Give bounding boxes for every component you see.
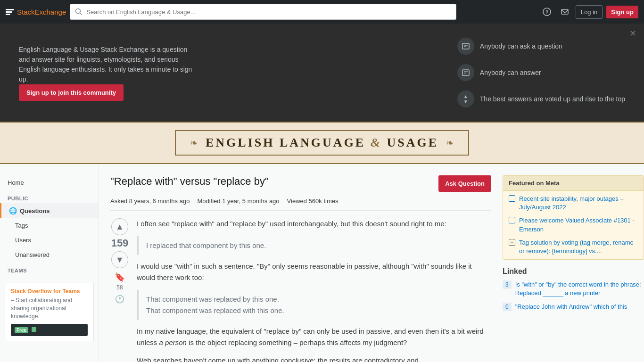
feature-votes-text: The best answers are voted up and rise t… [480,95,625,103]
teams-cta[interactable]: Free [11,324,88,336]
vote-arrows-icon: ▲ ▼ [463,94,468,104]
question-header: "Replace with" versus "replace by" Ask Q… [110,175,491,192]
feature-ask-text: Anybody can ask a question [480,42,562,50]
sidebar-item-home[interactable]: Home [0,175,99,190]
svg-line-1 [80,13,82,15]
hero-features: Anybody can ask a question Anybody can a… [457,38,625,107]
modified-meta: Modified 1 year, 5 months ago [197,197,279,205]
featured-item-0-text: Recent site instability, major outages –… [519,195,638,212]
teams-cta-icon [31,327,37,333]
featured-meta-box: Featured on Meta Recent site instability… [503,175,644,260]
question-meta: Asked 8 years, 6 months ago Modified 1 y… [110,197,491,211]
bookmark-button[interactable]: 🔖 [115,272,125,282]
content-area: "Replace with" versus "replace by" Ask Q… [99,164,503,362]
linked-item-0-link[interactable]: Is "with" or "by" the correct word in th… [515,280,644,297]
site-logo[interactable]: StackExchange [6,8,66,16]
bookmark-count: 58 [116,284,123,291]
hero-close-button[interactable]: ✕ [629,28,636,39]
search-input[interactable] [86,8,451,16]
site-header-inner: ❧ ENGLISH LANGUAGE & USAGE ❧ [175,130,469,156]
feature-votes-icon: ▲ ▼ [457,90,474,107]
post-emphasis: a person [159,338,187,346]
inbox-button[interactable] [558,5,572,19]
logo-text: StackExchange [17,8,66,16]
question-title: "Replace with" versus "replace by" [110,175,431,188]
svg-rect-11 [32,327,36,332]
featured-item-2-icon: ↔ [509,239,515,246]
search-icon [75,8,83,16]
viewed-meta: Viewed 560k times [287,197,339,205]
post-blockquote1: I replaced that component by this one. [137,236,491,255]
search-bar [70,4,456,20]
teams-box: Stack Overflow for Teams – Start collabo… [5,283,94,341]
hero-banner: English Language & Usage Stack Exchange … [0,24,644,122]
feature-item-answer: Anybody can answer [457,64,625,81]
featured-meta-list: Recent site instability, major outages –… [503,191,644,259]
post-p4: Web searches haven't come up with anythi… [137,355,491,362]
hero-signup-button[interactable]: Sign up to join this community [19,84,124,101]
svg-rect-8 [462,70,469,75]
featured-item-0[interactable]: Recent site instability, major outages –… [509,195,638,212]
feature-answer-icon [457,64,474,81]
linked-title: Linked [503,267,644,276]
vote-count: 159 [111,237,129,249]
hero-description: English Language & Usage Stack Exchange … [19,45,198,84]
vote-up-button[interactable]: ▲ [111,218,128,235]
vote-down-button[interactable]: ▼ [111,251,128,268]
featured-meta-title: Featured on Meta [503,176,644,191]
asked-meta: Asked 8 years, 6 months ago [110,197,190,205]
featured-item-1-text: Please welcome Valued Associate #1301 - … [519,216,638,233]
featured-item-0-icon [509,195,515,202]
ornament-left: ❧ [190,137,198,148]
free-badge: Free [15,327,28,333]
stack-icon [6,9,14,15]
sidebar: Home PUBLIC 🌐 Questions Tags Users Unans… [0,164,99,362]
post-p3: In my native language, the equivalent of… [137,326,491,348]
svg-rect-4 [561,9,568,14]
globe-icon: 🌐 [9,207,17,214]
linked-item-1: 0 "Replace John with Andrew" which of th… [503,303,644,311]
feature-answer-text: Anybody can answer [480,69,541,76]
teams-description: – Start collaborating and sharing organi… [11,296,88,320]
teams-title: Stack Overflow for Teams [11,288,88,295]
top-nav: StackExchange ? Log in Sign up [0,0,644,24]
site-title: ENGLISH LANGUAGE & USAGE [206,136,438,150]
post-text: I often see "replace with" and "replace … [137,218,491,362]
svg-rect-5 [462,43,469,49]
main-layout: Home PUBLIC 🌐 Questions Tags Users Unans… [0,164,644,362]
sidebar-item-tags[interactable]: Tags [0,218,99,233]
linked-item-1-count: 0 [503,303,512,311]
sidebar-item-questions[interactable]: 🌐 Questions [0,203,99,218]
linked-box: Linked 3 Is "with" or "by" the correct w… [503,267,644,311]
ornament-right: ❧ [446,137,454,148]
sidebar-section-teams: TEAMS [0,262,99,275]
sidebar-item-unanswered[interactable]: Unanswered [0,247,99,262]
featured-item-1-icon [509,217,515,223]
help-button[interactable]: ? [540,5,554,19]
featured-item-2[interactable]: ↔ Tag solution by voting (tag merge, ren… [509,239,638,255]
feature-item-votes: ▲ ▼ The best answers are voted up and ri… [457,90,625,107]
svg-text:?: ? [545,9,549,15]
nav-right: ? Log in Sign up [540,5,638,19]
vote-column: ▲ 159 ▼ 🔖 58 🕐 [110,218,129,362]
sidebar-section-public: PUBLIC [0,190,99,203]
signup-button[interactable]: Sign up [606,6,638,18]
history-button[interactable]: 🕐 [115,295,124,304]
site-header: ❧ ENGLISH LANGUAGE & USAGE ❧ [0,122,644,164]
feature-ask-icon [457,38,474,55]
featured-item-1[interactable]: Please welcome Valued Associate #1301 - … [509,216,638,233]
featured-item-2-text: Tag solution by voting (tag merge, renam… [519,239,638,255]
feature-item-ask: Anybody can ask a question [457,38,625,55]
ask-question-button[interactable]: Ask Question [438,175,491,192]
question-body: ▲ 159 ▼ 🔖 58 🕐 I often see "replace with… [110,218,491,362]
linked-item-0-count: 3 [503,280,512,289]
hero-description-area: English Language & Usage Stack Exchange … [19,45,198,101]
post-p1: I often see "replace with" and "replace … [137,218,491,230]
post-blockquote2: That component was replaced by this one.… [137,290,491,320]
linked-item-1-link[interactable]: "Replace John with Andrew" which of this [515,303,627,311]
post-p2: I would use "with" in such a sentence. "… [137,261,491,283]
right-sidebar: Featured on Meta Recent site instability… [503,164,644,362]
login-button[interactable]: Log in [576,5,603,19]
sidebar-item-users[interactable]: Users [0,233,99,247]
linked-item-0: 3 Is "with" or "by" the correct word in … [503,280,644,297]
